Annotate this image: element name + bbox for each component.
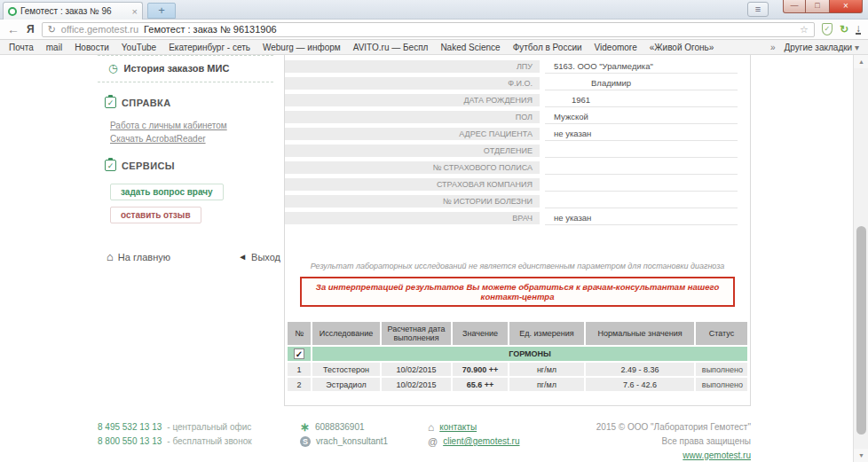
field-label: ЛПУ	[285, 60, 540, 73]
leave-feedback-button[interactable]: оставить отзыв	[110, 207, 201, 223]
form-row-sex: ПОЛ Мужской	[285, 108, 750, 125]
sidebar-section-services: ✓ СЕРВИСЫ	[105, 160, 282, 171]
column-header: Нормальные значения	[586, 322, 694, 345]
download-icon[interactable]: ↓	[856, 24, 861, 35]
shield-icon[interactable]: ✓	[822, 23, 832, 35]
browser-tab[interactable]: Гемотест : заказ № 96 ×	[3, 2, 143, 20]
results-table: № Исследование Расчетная дата выполнения…	[286, 320, 749, 393]
copyright-text: 2015 © ООО "Лаборатория Гемотест"	[568, 420, 751, 435]
form-row-fio: Ф.И.О. Владимир	[285, 74, 750, 91]
maximize-button[interactable]: □	[806, 0, 829, 13]
vertical-scrollbar[interactable]: ▲ ▼	[853, 55, 868, 462]
phone-number: 8 800 550 13 13	[98, 435, 162, 449]
clipboard-icon: ✓	[105, 97, 116, 108]
refresh-icon[interactable]: ↻	[48, 24, 56, 35]
phone-number: 8 495 532 13 13	[98, 420, 162, 435]
logout-link[interactable]: ◄ Выход	[238, 250, 280, 263]
form-row-birthdate: ДАТА РОЖДЕНИЯ 1961	[285, 91, 750, 108]
field-value: 5163. ООО "Уралмедика"	[545, 59, 738, 74]
cell-norm: 7.6 - 42.6	[586, 378, 694, 391]
bookmark-item[interactable]: Weburg — информ	[263, 43, 341, 52]
phone-desc: - бесплатный звонок	[167, 435, 251, 449]
order-panel: ЛПУ 5163. ООО "Уралмедика" Ф.И.О. Владим…	[284, 55, 751, 406]
form-row-insurance: СТРАХОВАЯ КОМПАНИЯ	[285, 176, 750, 192]
new-tab-button[interactable]: +	[147, 3, 176, 19]
field-label: ПОЛ	[285, 111, 540, 123]
bookmark-item[interactable]: Videomore	[595, 43, 637, 52]
site-link[interactable]: www.gemotest.ru	[683, 450, 751, 460]
scrollbar-thumb[interactable]	[856, 226, 866, 435]
minimize-button[interactable]: —	[783, 0, 806, 13]
field-value	[545, 161, 738, 175]
scroll-down-icon[interactable]: ▼	[854, 449, 868, 462]
yandex-icon[interactable]: Я	[27, 23, 35, 35]
email-link[interactable]: client@gemotest.ru	[443, 435, 519, 449]
cell-date: 10/02/2015	[382, 378, 451, 391]
field-value	[545, 194, 738, 208]
cell-value: 70.900 ++	[453, 363, 508, 376]
field-label: ВРАЧ	[285, 212, 540, 224]
sidebar: ◷ История заказов МИС ✓ СПРАВКА Работа с…	[98, 55, 282, 263]
home-label: На главную	[118, 252, 170, 262]
bookmark-item[interactable]: mail	[46, 43, 62, 52]
form-row-department: ОТДЕЛЕНИЕ	[285, 142, 750, 159]
tab-list-icon[interactable]: ≡	[747, 2, 769, 17]
column-header: Значение	[453, 322, 508, 345]
sync-icon[interactable]: ↻	[840, 23, 848, 35]
sidebar-item-order-history[interactable]: ◷ История заказов МИС	[98, 56, 282, 82]
link-personal-cabinet[interactable]: Работа с личным кабинетом	[110, 119, 282, 132]
form-row-case-history: № ИСТОРИИ БОЛЕЗНИ	[285, 192, 750, 209]
field-label: АДРЕС ПАЦИЕНТА	[285, 128, 540, 140]
column-header: №	[288, 322, 311, 345]
ask-doctor-button[interactable]: задать вопрос врачу	[110, 184, 224, 200]
column-header: Расчетная дата выполнения	[382, 322, 451, 345]
bookmark-item[interactable]: AVITO.ru — Беспл	[353, 43, 429, 52]
link-download-acrobat[interactable]: Скачать AcrobatReader	[110, 132, 282, 145]
field-value	[545, 144, 738, 158]
back-icon[interactable]: ←	[7, 22, 20, 36]
clipboard-icon: ✓	[105, 160, 116, 171]
field-label: № СТРАХОВОГО ПОЛИСА	[285, 161, 540, 174]
bookmark-item[interactable]: Новости	[75, 43, 109, 52]
cell-num: 2	[288, 378, 311, 391]
icq-icon: ∗	[300, 420, 310, 435]
field-label: Ф.И.О.	[285, 77, 540, 90]
skype-icon: S	[300, 436, 311, 447]
phone-desc: - центральный офис	[167, 420, 251, 435]
group-checkbox-cell: ✓	[288, 347, 311, 361]
bookmark-item[interactable]: Футбол в России	[513, 43, 582, 52]
tab-title: Гемотест : заказ № 96	[20, 6, 129, 16]
title-bar: Гемотест : заказ № 96 × + ≡ — □ ×	[0, 0, 868, 20]
home-icon: ⌂	[107, 250, 114, 263]
footer-messengers: ∗ 6088836901 S vrach_konsultant1	[300, 420, 388, 449]
browser-window: Гемотест : заказ № 96 × + ≡ — □ × ← Я ↻ …	[0, 0, 868, 462]
bookmarks-overflow-icon[interactable]: »	[770, 43, 776, 52]
form-row-lpu: ЛПУ 5163. ООО "Уралмедика"	[285, 58, 750, 74]
other-bookmarks-label: Другие закладки	[785, 43, 853, 52]
scroll-up-icon[interactable]: ▲	[854, 55, 868, 68]
bookmark-item[interactable]: YouTube	[122, 43, 156, 52]
logout-label: Выход	[251, 252, 280, 262]
bookmark-star-icon[interactable]: ☆	[800, 24, 809, 35]
home-link[interactable]: ⌂ На главную	[107, 250, 170, 263]
bookmark-item[interactable]: Почта	[9, 43, 34, 52]
bookmark-item[interactable]: Naked Science	[440, 43, 500, 52]
patient-form: ЛПУ 5163. ООО "Уралмедика" Ф.И.О. Владим…	[285, 55, 750, 226]
close-button[interactable]: ×	[829, 0, 863, 13]
other-bookmarks-button[interactable]: Другие закладки ▾	[785, 43, 859, 52]
bookmark-item[interactable]: «Живой Огонь»	[650, 43, 714, 52]
cell-test: Тестостерон	[312, 363, 380, 376]
tab-close-icon[interactable]: ×	[132, 6, 138, 17]
clock-icon: ◷	[108, 64, 117, 73]
bookmark-item[interactable]: Екатеринбург - сеть	[169, 43, 250, 52]
sidebar-item-label: История заказов МИС	[123, 63, 229, 74]
cell-norm: 2.49 - 8.36	[586, 363, 694, 376]
group-checkbox[interactable]: ✓	[294, 348, 304, 359]
field-value: Мужской	[545, 110, 738, 124]
field-value: не указан	[545, 127, 738, 141]
url-input[interactable]: ↻ office.gemotest.ru Гемотест : заказ № …	[42, 22, 815, 37]
contacts-link[interactable]: контакты	[439, 420, 477, 435]
footer-phones: 8 495 532 13 13 - центральный офис 8 800…	[98, 420, 252, 449]
column-header: Исследование	[312, 322, 380, 345]
form-row-policy: № СТРАХОВОГО ПОЛИСА	[285, 159, 750, 176]
